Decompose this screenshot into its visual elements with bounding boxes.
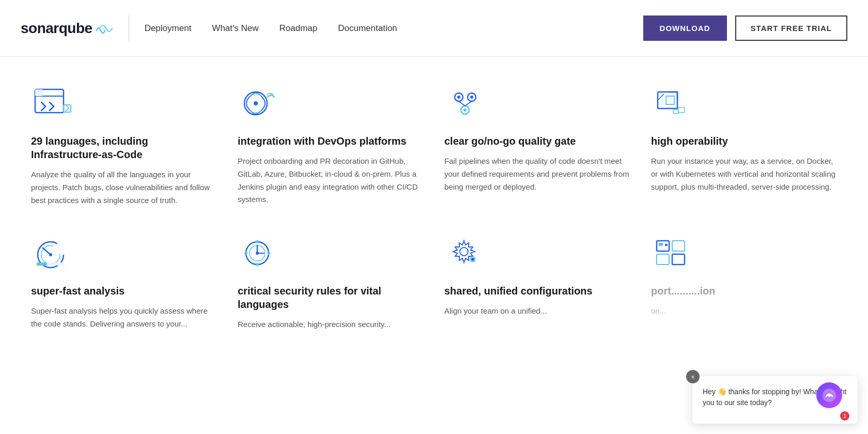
feature-gate-desc: Fail pipelines when the quality of code … (444, 155, 630, 193)
header-divider (129, 16, 129, 41)
svg-rect-41 (672, 241, 685, 251)
feature-speed-title: super-fast analysis (31, 284, 217, 298)
svg-point-9 (254, 101, 258, 105)
logo-text: sonarqube (21, 20, 92, 37)
feature-devops-title: integration with DevOps platforms (238, 134, 424, 148)
svg-line-4 (41, 106, 45, 111)
speed-icon (31, 233, 72, 274)
svg-rect-45 (665, 244, 668, 246)
nav-deployment[interactable]: Deployment (145, 23, 192, 34)
svg-line-16 (459, 101, 465, 106)
svg-point-25 (49, 253, 52, 256)
svg-point-36 (267, 252, 270, 255)
feature-operability-title: high operability (651, 134, 837, 148)
svg-line-5 (50, 102, 54, 106)
svg-rect-42 (657, 254, 669, 265)
feature-devops-desc: Project onboarding and PR decoration in … (238, 155, 424, 206)
svg-line-3 (41, 102, 45, 106)
download-button[interactable]: DOWNLOAD (643, 16, 727, 41)
feature-config: shared, unified configurations Align you… (444, 233, 630, 331)
svg-point-15 (463, 109, 467, 112)
svg-line-19 (658, 94, 664, 100)
svg-rect-20 (678, 107, 685, 113)
features-grid: 29 languages, including Infrastructure-a… (31, 83, 837, 331)
svg-point-32 (256, 252, 259, 255)
nav-roadmap[interactable]: Roadmap (280, 23, 318, 34)
svg-rect-44 (659, 243, 663, 246)
code-icon (31, 83, 72, 124)
feature-dashboard-title: port..........ion (651, 284, 837, 298)
feature-config-desc: Align your team on a unified... (444, 305, 630, 318)
svg-rect-43 (672, 254, 685, 265)
svg-point-35 (244, 252, 247, 255)
svg-point-34 (256, 263, 259, 266)
feature-dashboard-desc: on... (651, 305, 837, 318)
feature-operability: high operability Run your instance your … (651, 83, 837, 207)
feature-gate-title: clear go/no-go quality gate (444, 134, 630, 148)
logo-waves-icon (95, 20, 113, 37)
config-icon (444, 233, 486, 274)
logo: sonarqube (21, 20, 113, 37)
svg-rect-21 (673, 110, 678, 114)
logo-name-bold: qube (59, 20, 92, 36)
feature-config-title: shared, unified configurations (444, 284, 630, 298)
devops-icon (238, 83, 279, 124)
svg-point-37 (460, 247, 468, 256)
feature-speed-desc: Super-fast analysis helps you quickly as… (31, 305, 217, 331)
logo-name-normal: sonar (21, 20, 59, 36)
feature-languages-title: 29 languages, including Infrastructure-a… (31, 134, 217, 161)
feature-languages-desc: Analyze the quality of all the languages… (31, 168, 217, 207)
svg-rect-2 (35, 89, 43, 96)
operability-icon (651, 83, 692, 124)
feature-security-desc: Receive actionable, high-precision secur… (238, 318, 424, 331)
security-icon (238, 233, 279, 274)
svg-line-6 (50, 106, 54, 111)
feature-security-title: critical security rules for vital langua… (238, 284, 424, 311)
nav-whats-new[interactable]: What's New (212, 23, 258, 34)
feature-devops: integration with DevOps platforms Projec… (238, 83, 424, 207)
svg-rect-40 (657, 241, 669, 251)
svg-line-17 (465, 101, 472, 106)
feature-languages: 29 languages, including Infrastructure-a… (31, 83, 217, 207)
svg-point-39 (471, 258, 474, 261)
feature-quality-gate: clear go/no-go quality gate Fail pipelin… (444, 83, 630, 207)
feature-dashboard: port..........ion on... (651, 233, 837, 331)
header-buttons: DOWNLOAD START FREE TRIAL (643, 16, 847, 41)
main-nav: Deployment What's New Roadmap Documentat… (145, 23, 643, 34)
nav-documentation[interactable]: Documentation (338, 23, 397, 34)
header: sonarqube Deployment What's New Roadmap … (0, 0, 868, 57)
svg-point-11 (457, 96, 460, 99)
start-trial-button[interactable]: START FREE TRIAL (735, 16, 847, 41)
feature-speed: super-fast analysis Super-fast analysis … (31, 233, 217, 331)
svg-rect-27 (37, 262, 47, 266)
dashboard-icon (651, 233, 692, 274)
gate-icon (444, 83, 486, 124)
main-content: 29 languages, including Infrastructure-a… (0, 57, 868, 357)
svg-point-33 (256, 240, 259, 243)
svg-point-13 (470, 96, 473, 99)
feature-security: critical security rules for vital langua… (238, 233, 424, 331)
feature-operability-desc: Run your instance your way, as a service… (651, 155, 837, 193)
